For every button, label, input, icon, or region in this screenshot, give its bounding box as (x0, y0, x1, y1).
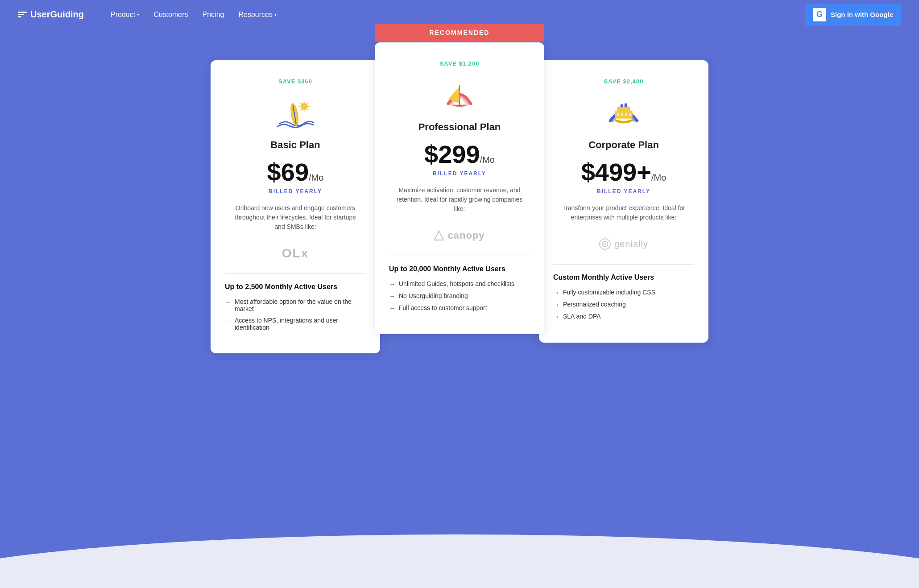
svg-line-10 (300, 109, 302, 111)
list-item: Fully customizable including CSS (553, 289, 694, 296)
basic-mau: Up to 2,500 Monthly Active Users (225, 283, 366, 291)
basic-description: Onboard new users and engage customers t… (225, 203, 366, 232)
corporate-description: Transform your product experience. Ideal… (553, 203, 694, 222)
nav-product[interactable]: Product ▾ (111, 11, 139, 19)
professional-divider (389, 256, 530, 256)
corporate-billed: BILLED YEARLY (553, 188, 694, 195)
basic-billed: BILLED YEARLY (225, 188, 366, 195)
professional-plan-card: RECOMMENDED SAVE $1,200 Professional Pla… (375, 42, 544, 334)
professional-billed: BILLED YEARLY (389, 170, 530, 177)
corporate-plan-card: SAVE $2,400 C (539, 60, 708, 343)
logo[interactable]: UserGuiding (18, 9, 84, 20)
list-item: Access to NPS, integrations and user ide… (225, 317, 366, 331)
nav-resources[interactable]: Resources ▾ (238, 11, 276, 19)
list-item: Most affordable option for the value on … (225, 298, 366, 312)
svg-marker-12 (435, 231, 443, 240)
svg-rect-14 (617, 107, 630, 112)
svg-point-17 (617, 113, 619, 116)
corporate-features: Fully customizable including CSS Persona… (553, 289, 694, 320)
svg-rect-16 (621, 104, 623, 107)
professional-description: Maximize activation, customer revenue, a… (389, 186, 530, 214)
nav-customers[interactable]: Customers (153, 11, 188, 19)
basic-company-logo: OLx (225, 242, 366, 265)
chevron-down-icon: ▾ (274, 12, 277, 17)
list-item: Personalized coaching (553, 301, 694, 308)
professional-plan-price: $299/Mo (389, 142, 530, 167)
list-item: Unlimited Guides, hotspots and checklist… (389, 280, 530, 288)
canopy-icon (434, 230, 444, 241)
professional-plan-name: Professional Plan (389, 121, 530, 133)
chevron-down-icon: ▾ (137, 12, 139, 17)
svg-line-8 (307, 109, 308, 111)
nav-pricing[interactable]: Pricing (203, 11, 224, 19)
professional-company-logo: canopy (389, 224, 530, 247)
basic-divider (225, 273, 366, 274)
svg-point-2 (301, 103, 308, 110)
corporate-mau: Custom Monthly Active Users (553, 273, 694, 282)
svg-line-9 (307, 103, 308, 104)
list-item: SLA and DPA (553, 313, 694, 320)
list-item: Full access to customer support (389, 304, 530, 312)
svg-rect-15 (625, 104, 627, 108)
corporate-company-logo: genially (553, 233, 694, 255)
sign-in-button[interactable]: G Sign in with Google (805, 4, 901, 26)
corporate-plan-price: $499+/Mo (553, 160, 694, 185)
professional-plan-icon (439, 76, 480, 116)
basic-plan-card: SAVE $360 Basic Plan (211, 60, 380, 353)
svg-line-7 (300, 103, 302, 104)
corporate-divider (553, 264, 694, 265)
professional-save-badge: SAVE $1,200 (389, 60, 530, 67)
basic-save-badge: SAVE $360 (225, 78, 366, 85)
genially-icon (599, 238, 611, 250)
svg-point-23 (604, 243, 606, 245)
svg-point-19 (625, 113, 627, 116)
basic-plan-icon (275, 94, 315, 134)
main-content: SAVE $360 Basic Plan (0, 29, 919, 588)
professional-features: Unlimited Guides, hotspots and checklist… (389, 280, 530, 312)
corporate-save-badge: SAVE $2,400 (553, 78, 694, 85)
list-item: No Userguiding branding (389, 292, 530, 300)
svg-point-20 (629, 113, 631, 116)
nav-links: Product ▾ Customers Pricing Resources ▾ (111, 11, 884, 19)
logo-text: UserGuiding (30, 9, 84, 20)
corporate-plan-icon (604, 94, 644, 134)
logo-icon (18, 12, 27, 17)
basic-features: Most affordable option for the value on … (225, 298, 366, 331)
corporate-plan-name: Corporate Plan (553, 139, 694, 151)
svg-point-18 (621, 113, 623, 116)
google-icon: G (813, 8, 826, 21)
basic-plan-name: Basic Plan (225, 139, 366, 151)
pricing-container: SAVE $360 Basic Plan (192, 42, 727, 353)
basic-plan-price: $69/Mo (225, 160, 366, 185)
professional-mau: Up to 20,000 Monthly Active Users (389, 265, 530, 273)
recommended-banner: RECOMMENDED (375, 24, 544, 41)
